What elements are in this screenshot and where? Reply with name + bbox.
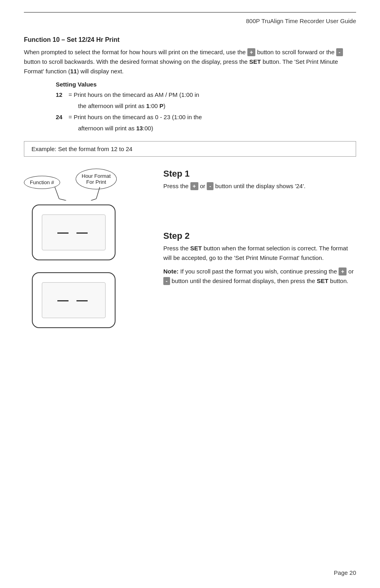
intro-paragraph: When prompted to select the format for h… <box>24 47 356 76</box>
intro-text-1: When prompted to select the format for h… <box>24 49 246 55</box>
sv-text-24: = Print hours on the timecard as 0 - 23 … <box>69 112 202 122</box>
page-number: Page 20 <box>334 569 356 576</box>
device-outer-1: — — <box>32 205 116 260</box>
step2-title: Step 2 <box>163 231 356 241</box>
device-step2: — — <box>32 272 151 328</box>
sv-row-24: 24 = Print hours on the timecard as 0 - … <box>56 112 356 122</box>
header-title: 800P TruAlign Time Recorder User Guide <box>24 16 356 24</box>
fn-num: 11 <box>70 68 77 75</box>
note-text-mid: or <box>349 268 354 275</box>
svg-line-1 <box>59 199 66 201</box>
callout-region: Function # Hour Format For Print <box>24 169 147 205</box>
minus-button-inline: - <box>336 48 343 56</box>
step1-text-mid: or <box>200 183 207 189</box>
svg-line-0 <box>55 187 59 199</box>
note-paragraph: Note: If you scroll past the format you … <box>163 267 356 286</box>
sv-text-12: = Print hours on the timecard as AM / PM… <box>69 90 199 100</box>
svg-line-3 <box>91 199 96 201</box>
example-box: Example: Set the format from 12 to 24 <box>24 141 356 157</box>
diagram-area: Function # Hour Format For Print <box>24 169 356 328</box>
setting-values: Setting Values 12 = Print hours on the t… <box>56 81 356 133</box>
note-minus-btn: - <box>163 277 170 285</box>
note-set-btn: SET <box>317 277 328 284</box>
note-text-after: button until the desired format displays… <box>172 277 317 284</box>
page-footer: Page 20 <box>334 569 356 576</box>
sv-num-24: 24 <box>56 112 67 122</box>
example-label: Example: Set the format from 12 to 24 <box>31 146 132 152</box>
page-container: 800P TruAlign Time Recorder User Guide F… <box>0 0 380 360</box>
step2-text-before: Press the <box>163 245 188 252</box>
set-button-inline: SET <box>249 58 261 65</box>
note-label: Note: <box>163 268 178 275</box>
device-step1: — — <box>32 205 151 260</box>
note-text-before: If you scroll past the format you wish, … <box>180 268 339 275</box>
device-dashes-2: — — <box>57 294 90 307</box>
sv-num-12: 12 <box>56 90 67 100</box>
device-inner-2: — — <box>42 282 106 318</box>
step1-plus-btn: + <box>190 182 198 190</box>
sv-indent-24: afternoon will print as 13:00) <box>78 124 356 133</box>
device-inner-1: — — <box>42 214 106 250</box>
sv-row-12: 12 = Print hours on the timecard as AM /… <box>56 90 356 100</box>
step1-text-before: Press the <box>163 183 188 189</box>
setting-values-title: Setting Values <box>56 81 356 88</box>
intro-text-5: ) will display next. <box>77 68 124 75</box>
diagram-left: Function # Hour Format For Print <box>24 169 151 328</box>
step1-minus-btn: - <box>207 182 214 190</box>
sv-indent-12: the afternoon will print as 1:00 P) <box>78 101 356 111</box>
device-dashes-1: — — <box>57 226 90 239</box>
diagram-right: Step 1 Press the + or - button until the… <box>151 169 356 295</box>
intro-text-3: button to scroll backwards. With the des… <box>24 58 248 65</box>
step1-text-after: button until the display shows '24'. <box>215 183 306 189</box>
step2-block: Step 2 Press the SET button when the for… <box>163 231 356 286</box>
header-rule <box>24 12 356 13</box>
step1-text: Press the + or - button until the displa… <box>163 181 356 191</box>
step2-text: Press the SET button when the format sel… <box>163 244 356 263</box>
step1-block: Step 1 Press the + or - button until the… <box>163 169 356 191</box>
callout-hourformat: Hour Format For Print <box>76 169 117 189</box>
device-outer-2: — — <box>32 272 116 328</box>
plus-button-inline: + <box>247 48 255 56</box>
step1-title: Step 1 <box>163 169 356 179</box>
callout-function: Function # <box>24 176 60 189</box>
note-plus-btn: + <box>339 267 347 275</box>
section-title: Function 10 – Set 12/24 Hr Print <box>24 36 356 43</box>
intro-text-2: button to scroll forward or the <box>257 49 334 55</box>
step2-set-btn: SET <box>190 245 202 252</box>
note-text-end: button. <box>328 277 348 284</box>
